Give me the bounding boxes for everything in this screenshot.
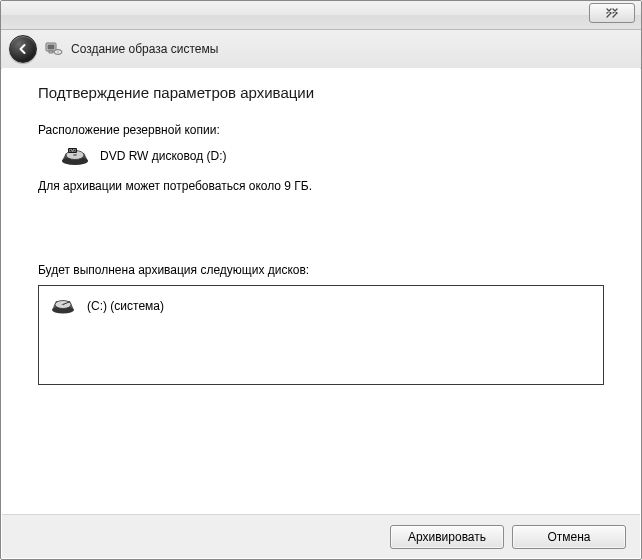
disk-label: (C:) (система) [87,299,164,313]
svg-rect-1 [48,45,55,50]
list-item: (C:) (система) [49,296,593,316]
backup-destination-row: DVD DVD RW дисковод (D:) [38,145,604,167]
backup-destination: DVD RW дисковод (D:) [100,149,227,163]
svg-text:DVD: DVD [69,149,76,153]
wizard-window: Создание образа системы Подтверждение па… [0,0,642,560]
svg-rect-2 [49,51,53,53]
backup-location-label: Расположение резервной копии: [38,123,604,137]
disks-list: (C:) (система) [38,285,604,385]
svg-point-7 [73,154,77,156]
svg-point-4 [57,51,59,52]
archive-button[interactable]: Архивировать [390,525,504,549]
wizard-header: Создание образа системы [1,30,641,69]
dvd-drive-icon: DVD [60,145,90,167]
close-button[interactable] [589,3,635,23]
titlebar [1,1,641,30]
disks-list-label: Будет выполнена архивация следующих диск… [38,263,604,277]
back-button[interactable] [9,35,37,63]
backup-size-note: Для архивации может потребоваться около … [38,179,604,193]
footer: Архивировать Отмена [2,514,640,558]
page-heading: Подтверждение параметров архивации [38,84,604,101]
wizard-title: Создание образа системы [71,42,218,56]
hard-drive-icon [49,296,77,316]
content-area: Подтверждение параметров архивации Распо… [2,68,640,513]
system-image-icon [45,40,63,58]
cancel-button[interactable]: Отмена [512,525,626,549]
